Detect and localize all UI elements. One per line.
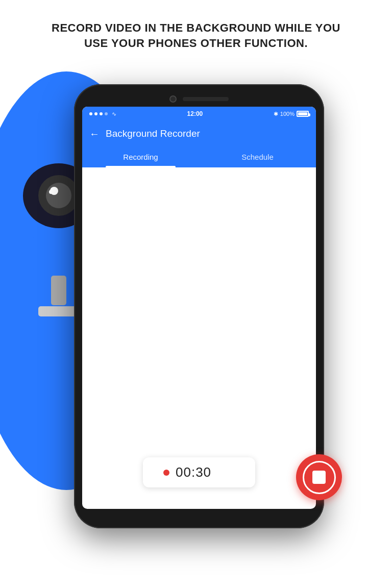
robot-base bbox=[38, 306, 79, 316]
battery-fill bbox=[298, 112, 307, 115]
signal-dot-3 bbox=[100, 112, 103, 115]
robot-stand bbox=[51, 276, 66, 306]
stop-icon-outer bbox=[303, 461, 336, 494]
wifi-icon: ∿ bbox=[112, 111, 116, 117]
timer-display: 00:30 bbox=[143, 457, 255, 487]
battery-percent: 100% bbox=[280, 111, 295, 117]
signal-dot-1 bbox=[89, 112, 92, 115]
tab-schedule[interactable]: Schedule bbox=[199, 146, 316, 167]
back-button[interactable]: ← bbox=[89, 128, 100, 140]
tab-recording[interactable]: Recording bbox=[82, 146, 199, 167]
phone-mockup: ∿ 12:00 ✱ 100% ← Background Recorder bbox=[74, 84, 324, 528]
status-left: ∿ bbox=[89, 111, 116, 117]
battery-icon bbox=[297, 111, 309, 117]
header-line2: USE YOUR PHONES OTHER FUNCTION. bbox=[84, 37, 308, 50]
recording-dot bbox=[163, 470, 169, 476]
content-area bbox=[82, 167, 316, 504]
status-bar: ∿ 12:00 ✱ 100% bbox=[82, 107, 316, 121]
phone-outer: ∿ 12:00 ✱ 100% ← Background Recorder bbox=[74, 84, 324, 528]
timer-text: 00:30 bbox=[176, 464, 211, 480]
status-right: ✱ 100% bbox=[274, 111, 309, 117]
phone-top-bar bbox=[82, 92, 316, 107]
phone-camera-icon bbox=[169, 95, 177, 103]
signal-dot-2 bbox=[94, 112, 97, 115]
status-time: 12:00 bbox=[187, 110, 203, 117]
stop-icon-inner bbox=[312, 471, 326, 484]
tab-bar: Recording Schedule bbox=[82, 146, 316, 167]
app-bar: ← Background Recorder bbox=[82, 121, 316, 146]
stop-button[interactable] bbox=[296, 454, 342, 500]
header-line1: RECORD VIDEO IN THE BACKGROUND WHILE YOU bbox=[52, 21, 340, 34]
phone-speaker bbox=[183, 97, 229, 101]
robot-eye-inner bbox=[46, 183, 71, 208]
signal-dot-4 bbox=[105, 112, 108, 115]
page-header: RECORD VIDEO IN THE BACKGROUND WHILE YOU… bbox=[0, 20, 392, 51]
phone-screen: ∿ 12:00 ✱ 100% ← Background Recorder bbox=[82, 107, 316, 509]
robot-eye bbox=[38, 175, 79, 216]
bluetooth-icon: ✱ bbox=[274, 111, 278, 117]
app-title: Background Recorder bbox=[106, 128, 200, 139]
